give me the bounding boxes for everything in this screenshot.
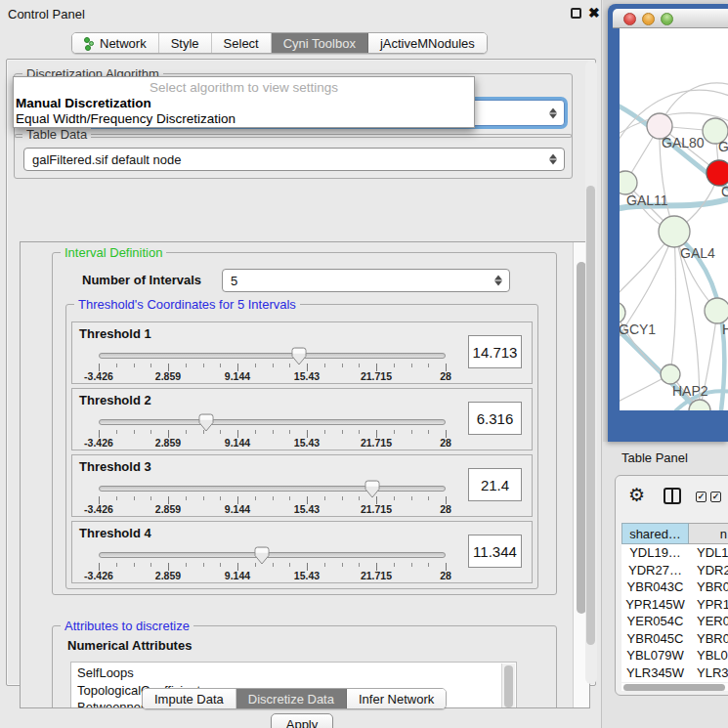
threshold-label: Threshold 4 [79, 526, 151, 540]
dropdown-item-manual-discretization[interactable]: Manual Discretization [16, 96, 151, 110]
group-title: Attributes to discretize [61, 619, 193, 633]
close-icon[interactable]: ✖ [588, 5, 600, 21]
cell-name: YDL1 [689, 545, 728, 560]
node-label: HAP2 [672, 383, 708, 399]
combo-arrows-icon [549, 107, 557, 118]
split-view-icon[interactable] [664, 488, 681, 504]
table-body[interactable]: YDL19…YDL1YDR27…YDR2YBR043CYBR0YPR145WYP… [621, 544, 728, 682]
table-row[interactable]: YIL052CYIL0 [621, 681, 728, 682]
cell-name: YDR2 [689, 563, 728, 578]
list-item[interactable]: SelfLoops [77, 664, 516, 682]
column-header-shared[interactable]: shared… [621, 523, 689, 544]
checkbox-icon[interactable]: ✓ [696, 492, 707, 502]
cell-shared-name: YDL19… [621, 545, 689, 560]
minimize-traffic-light[interactable] [642, 13, 655, 25]
tick-label: 9.144 [225, 503, 250, 515]
threshold-label: Threshold 2 [79, 393, 151, 407]
list-scrollbar[interactable] [501, 664, 515, 708]
tab-select[interactable]: Select [212, 33, 272, 53]
slider-thumb[interactable] [198, 413, 214, 432]
network-node-GCY1[interactable] [620, 302, 625, 323]
cell-shared-name: YBL079W [621, 648, 689, 663]
dropdown-item-equal-width-frequency[interactable]: Equal Width/Frequency Discretization [16, 111, 236, 126]
slider-track[interactable] [99, 353, 446, 359]
node-label: H [722, 321, 728, 337]
tab-style[interactable]: Style [159, 33, 212, 53]
network-node-GAL4[interactable] [659, 216, 690, 247]
network-window-titlebar [613, 9, 728, 28]
network-canvas[interactable]: GAL80GCGAL11GAL4GCY1HHAP2 [620, 28, 728, 410]
combo-arrows-icon [494, 276, 502, 286]
table-row[interactable]: YLR345WYLR3 [621, 664, 728, 682]
number-of-intervals-combo[interactable]: 5 [222, 269, 510, 292]
tick-label: -3.426 [84, 503, 113, 515]
interval-definition-group: Interval Definition Number of Intervals … [52, 252, 557, 595]
cell-name: YPR1 [689, 597, 728, 612]
panel-title: Control Panel [8, 7, 85, 21]
tab-impute-data[interactable]: Impute Data [143, 689, 236, 708]
gear-icon[interactable]: ⚙ [628, 485, 645, 506]
threshold-value-field[interactable]: 14.713 [468, 335, 522, 368]
zoom-traffic-light[interactable] [661, 13, 673, 25]
panel-vertical-scrollbar[interactable] [585, 61, 597, 684]
network-node-node-H[interactable] [705, 298, 728, 323]
tick-label: 2.859 [155, 503, 181, 515]
node-label: C [721, 184, 728, 199]
table-row[interactable]: YER054CYER0 [621, 613, 728, 630]
slider-thumb[interactable] [291, 347, 307, 365]
table-data-group: Table Data galFiltered.sif default node [14, 134, 573, 179]
combo-value: 5 [231, 274, 237, 288]
table-row[interactable]: YDL19…YDL1 [621, 544, 728, 562]
table-row[interactable]: YBR045CYBR0 [621, 630, 728, 648]
cell-shared-name: YDR27… [621, 563, 689, 578]
tab-jactivemnodules[interactable]: jActiveMNodules [368, 33, 487, 53]
cell-shared-name: YBR045C [621, 631, 689, 646]
table-row[interactable]: YPR145WYPR1 [621, 596, 728, 614]
tab-label: Style [171, 36, 199, 51]
tick-label: -3.426 [84, 437, 113, 449]
slider-track[interactable] [99, 419, 446, 425]
checkbox-icon[interactable]: ✓ [710, 492, 721, 502]
combo-arrows-icon [549, 154, 557, 165]
apply-button[interactable]: Apply [271, 713, 333, 728]
node-label: G [718, 139, 728, 154]
table-data-combo[interactable]: galFiltered.sif default node [23, 148, 565, 171]
tick-label: 21.715 [361, 370, 392, 382]
tick-label: 9.144 [225, 437, 250, 449]
slider-tick-labels: -3.4262.8599.14415.4321.71528 [99, 437, 446, 449]
cell-shared-name: YPR145W [621, 597, 689, 612]
threshold-value-field[interactable]: 21.4 [468, 468, 522, 501]
close-traffic-light[interactable] [623, 13, 636, 25]
slider-track[interactable] [99, 552, 446, 558]
network-node-GAL11[interactable] [620, 171, 637, 194]
threshold-label: Threshold 3 [79, 459, 151, 474]
tick-label: -3.426 [84, 370, 113, 382]
node-label: GAL4 [680, 245, 715, 261]
tick-label: 2.859 [155, 570, 181, 581]
control-panel-titlebar: Control Panel ✖ [0, 0, 601, 25]
node-label: GAL11 [626, 193, 668, 208]
tab-label: Infer Network [359, 692, 434, 707]
threshold-value-field[interactable]: 6.316 [468, 402, 522, 435]
tick-label: 15.43 [294, 370, 320, 382]
table-horizontal-scrollbar[interactable] [621, 683, 728, 691]
tab-infer-network[interactable]: Infer Network [347, 689, 446, 708]
table-row[interactable]: YBR043CYBR0 [621, 578, 728, 596]
table-row[interactable]: YBL079WYBL0 [621, 647, 728, 664]
node-label: GCY1 [620, 321, 656, 337]
tick-label: 28 [440, 503, 451, 515]
threshold-value-field[interactable]: 11.344 [468, 535, 522, 568]
algorithm-dropdown-popup: Select algorithm to view settings Manual… [13, 76, 475, 128]
slider-track[interactable] [99, 486, 446, 492]
table-row[interactable]: YDR27…YDR2 [621, 562, 728, 579]
tab-network[interactable]: Network [72, 33, 159, 53]
slider-thumb[interactable] [364, 480, 380, 498]
network-node-HAP2[interactable] [661, 364, 680, 384]
slider-thumb[interactable] [254, 546, 270, 565]
tab-cyni-toolbox[interactable]: Cyni Toolbox [272, 33, 368, 53]
network-node-node-red[interactable] [707, 160, 728, 186]
column-header-name[interactable]: n [689, 523, 728, 544]
float-window-icon[interactable] [571, 8, 581, 19]
combo-value: galFiltered.sif default node [32, 152, 181, 167]
tab-discretize-data[interactable]: Discretize Data [236, 689, 347, 708]
